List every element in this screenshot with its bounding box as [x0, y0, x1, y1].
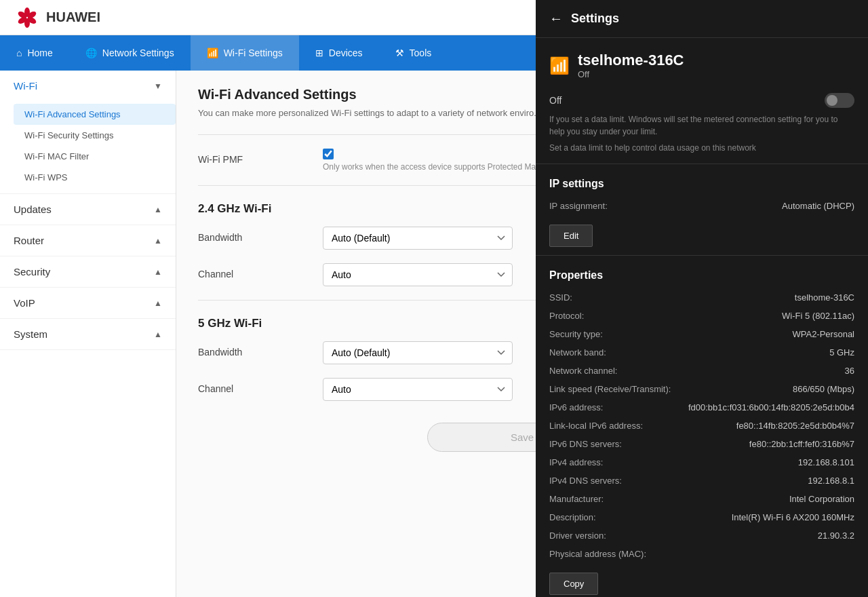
band24-channel-label: Channel — [198, 263, 307, 280]
sidebar-security-header[interactable]: Security ▲ — [0, 256, 176, 287]
sp-prop-network-band-value: 5 GHz — [685, 347, 854, 358]
sp-prop-link-local-ipv6: Link-local IPv6 address: fe80::14fb:8205… — [549, 421, 854, 431]
sp-prop-ssid-value: tselhome-316C — [685, 292, 854, 303]
nav-tools[interactable]: ⚒ Tools — [379, 35, 448, 71]
sp-metered-desc: If you set a data limit. Windows will se… — [549, 113, 854, 138]
sp-prop-manufacturer-value: Intel Corporation — [685, 494, 854, 504]
sp-properties-title: Properties — [549, 269, 854, 282]
sp-ip-assignment-label: IP assignment: — [549, 201, 685, 211]
sp-prop-ssid: SSID: tselhome-316C — [549, 292, 854, 303]
band24-channel-select[interactable]: Auto 123 456 789 1011 — [323, 263, 513, 286]
sp-prop-driver: Driver version: 21.90.3.2 — [549, 531, 854, 541]
band5-bandwidth-select[interactable]: Auto (Default) 20 MHz 40 MHz 80 MHz — [323, 341, 513, 364]
sp-prop-link-local-ipv6-label: Link-local IPv6 address: — [549, 421, 685, 431]
sp-prop-driver-value: 21.90.3.2 — [685, 531, 854, 541]
sp-ip-assignment-row: IP assignment: Automatic (DHCP) — [549, 201, 854, 211]
sp-network-name: tselhome-316C — [578, 52, 684, 69]
band24-bandwidth-select[interactable]: Auto (Default) 20 MHz 40 MHz — [323, 227, 513, 250]
sp-prop-protocol-value: Wi-Fi 5 (802.11ac) — [685, 311, 854, 321]
sp-prop-ipv6-label: IPv6 address: — [549, 402, 685, 412]
settings-panel-title: Settings — [571, 12, 619, 26]
sp-prop-mac-label: Physical address (MAC): — [549, 549, 685, 559]
sidebar-item-wifi-wps[interactable]: Wi-Fi WPS — [14, 167, 176, 188]
sp-prop-ipv4-dns-value: 192.168.8.1 — [685, 476, 854, 486]
tools-icon: ⚒ — [395, 47, 404, 58]
sidebar-section-system: System ▲ — [0, 319, 176, 350]
security-arrow: ▲ — [154, 267, 162, 277]
sp-header: ← Settings — [536, 0, 868, 38]
devices-icon: ⊞ — [315, 47, 323, 58]
sp-prop-ipv4-dns-label: IPv4 DNS servers: — [549, 476, 685, 486]
sp-prop-security-value: WPA2-Personal — [685, 329, 854, 339]
sp-wifi-icon: 📶 — [549, 56, 570, 75]
pmf-label: Wi-Fi PMF — [198, 149, 307, 165]
sp-ip-settings-section: IP settings IP assignment: Automatic (DH… — [536, 164, 868, 256]
sidebar-wifi-submenu: Wi-Fi Advanced Settings Wi-Fi Security S… — [0, 101, 176, 193]
sp-prop-manufacturer: Manufacturer: Intel Corporation — [549, 494, 854, 504]
sp-prop-manufacturer-label: Manufacturer: — [549, 494, 685, 504]
sp-prop-ipv4-value: 192.168.8.101 — [685, 457, 854, 467]
sidebar-item-wifi-mac[interactable]: Wi-Fi MAC Filter — [14, 146, 176, 167]
sp-prop-ipv6-value: fd00:bb1c:f031:6b00:14fb:8205:2e5d:b0b4 — [685, 402, 854, 412]
sp-metered-section: Off If you set a data limit. Windows wil… — [536, 88, 868, 164]
nav-wifi-settings[interactable]: 📶 Wi-Fi Settings — [191, 35, 299, 71]
sp-prop-ipv4: IPv4 address: 192.168.8.101 — [549, 457, 854, 467]
sidebar-section-router: Router ▲ — [0, 225, 176, 256]
nav-network-settings[interactable]: 🌐 Network Settings — [69, 35, 191, 71]
wifi-nav-icon: 📶 — [207, 47, 218, 58]
sp-prop-protocol: Protocol: Wi-Fi 5 (802.11ac) — [549, 311, 854, 321]
sp-prop-network-channel-value: 36 — [685, 366, 854, 376]
sp-network-status: Off — [578, 69, 684, 79]
sp-prop-ipv4-dns: IPv4 DNS servers: 192.168.8.1 — [549, 476, 854, 486]
system-arrow: ▲ — [154, 330, 162, 339]
sp-prop-network-channel-label: Network channel: — [549, 366, 685, 376]
sidebar-updates-header[interactable]: Updates ▲ — [0, 194, 176, 225]
sp-prop-ssid-label: SSID: — [549, 292, 685, 303]
sp-copy-button[interactable]: Copy — [549, 573, 598, 595]
sp-prop-link-speed: Link speed (Receive/Transmit): 866/650 (… — [549, 384, 854, 394]
sidebar-section-voip: VoIP ▲ — [0, 288, 176, 319]
sp-prop-link-speed-label: Link speed (Receive/Transmit): — [549, 384, 685, 394]
home-icon: ⌂ — [16, 47, 22, 58]
sp-properties-section: Properties SSID: tselhome-316C Protocol:… — [536, 256, 868, 597]
nav-home[interactable]: ⌂ Home — [0, 35, 69, 71]
sidebar: Wi-Fi ▼ Wi-Fi Advanced Settings Wi-Fi Se… — [0, 71, 176, 597]
sp-prop-description-value: Intel(R) Wi-Fi 6 AX200 160MHz — [685, 512, 854, 522]
sp-prop-ipv6: IPv6 address: fd00:bb1c:f031:6b00:14fb:8… — [549, 402, 854, 412]
settings-panel: ← Settings 📶 tselhome-316C Off Off If yo… — [536, 0, 868, 597]
sidebar-router-header[interactable]: Router ▲ — [0, 225, 176, 256]
sidebar-voip-header[interactable]: VoIP ▲ — [0, 288, 176, 318]
settings-back-button[interactable]: ← — [549, 11, 563, 26]
sidebar-section-updates: Updates ▲ — [0, 194, 176, 225]
sp-edit-button[interactable]: Edit — [549, 225, 593, 247]
logo: HUAWEI — [14, 7, 100, 28]
nav-devices[interactable]: ⊞ Devices — [299, 35, 379, 71]
sidebar-item-wifi-security[interactable]: Wi-Fi Security Settings — [14, 125, 176, 146]
sp-metered-toggle-row: Off — [549, 93, 854, 108]
pmf-checkbox[interactable] — [323, 149, 334, 159]
sp-ip-assignment-value: Automatic (DHCP) — [685, 201, 854, 211]
network-icon: 🌐 — [85, 47, 97, 58]
sp-prop-description: Description: Intel(R) Wi-Fi 6 AX200 160M… — [549, 512, 854, 522]
logo-text: HUAWEI — [46, 9, 100, 25]
sp-prop-network-channel: Network channel: 36 — [549, 366, 854, 376]
updates-arrow: ▲ — [154, 205, 162, 214]
sidebar-item-wifi-advanced[interactable]: Wi-Fi Advanced Settings — [14, 104, 176, 125]
sp-prop-driver-label: Driver version: — [549, 531, 685, 541]
band5-channel-select[interactable]: Auto 36404448 — [323, 378, 513, 401]
sp-metered-toggle-switch[interactable] — [825, 93, 854, 108]
band5-channel-label: Channel — [198, 378, 307, 394]
wifi-collapse-arrow: ▼ — [154, 81, 162, 91]
sp-prop-ipv4-label: IPv4 address: — [549, 457, 685, 467]
sp-prop-network-band-label: Network band: — [549, 347, 685, 358]
sp-prop-ipv6-dns-label: IPv6 DNS servers: — [549, 439, 685, 449]
sidebar-wifi-header[interactable]: Wi-Fi ▼ — [0, 71, 176, 101]
sp-prop-ipv6-dns-value: fe80::2bb:1cff:fef0:316b%7 — [685, 439, 854, 449]
sp-metered-link: Set a data limit to help control data us… — [549, 143, 854, 153]
sp-prop-mac: Physical address (MAC): — [549, 549, 854, 559]
sidebar-section-security: Security ▲ — [0, 256, 176, 288]
sp-prop-description-label: Description: — [549, 512, 685, 522]
sp-network-header: 📶 tselhome-316C Off — [536, 38, 868, 88]
sidebar-system-header[interactable]: System ▲ — [0, 319, 176, 349]
sp-prop-link-speed-value: 866/650 (Mbps) — [685, 384, 854, 394]
